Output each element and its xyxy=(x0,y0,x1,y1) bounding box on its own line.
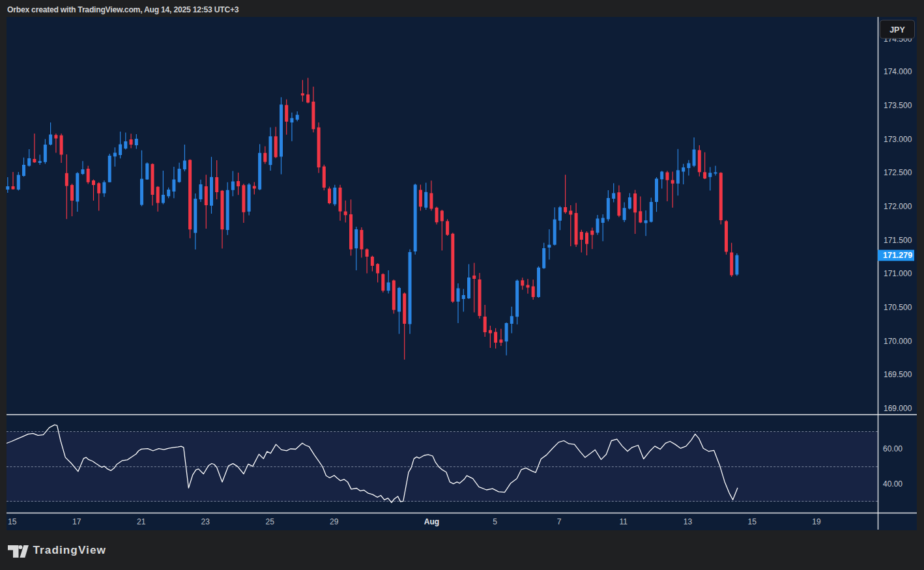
svg-text:25: 25 xyxy=(266,517,275,526)
svg-text:17: 17 xyxy=(72,517,81,526)
svg-text:15: 15 xyxy=(8,517,17,526)
svg-text:172.000: 172.000 xyxy=(884,202,912,211)
svg-text:171.000: 171.000 xyxy=(884,269,912,278)
svg-text:170.000: 170.000 xyxy=(884,337,912,346)
svg-text:172.500: 172.500 xyxy=(884,168,912,177)
svg-text:171.279: 171.279 xyxy=(883,251,912,260)
svg-text:169.000: 169.000 xyxy=(884,404,912,413)
svg-text:JPY: JPY xyxy=(889,25,905,35)
svg-text:170.500: 170.500 xyxy=(884,303,912,312)
svg-text:171.500: 171.500 xyxy=(884,236,912,245)
svg-text:174.000: 174.000 xyxy=(884,67,912,76)
svg-text:40.00: 40.00 xyxy=(883,479,902,489)
svg-text:7: 7 xyxy=(557,517,562,526)
svg-text:21: 21 xyxy=(137,517,146,526)
svg-text:173.000: 173.000 xyxy=(884,135,912,144)
svg-text:23: 23 xyxy=(201,517,210,526)
svg-text:29: 29 xyxy=(330,517,339,526)
svg-text:173.500: 173.500 xyxy=(884,101,912,110)
svg-text:TradingView: TradingView xyxy=(33,545,106,556)
svg-text:11: 11 xyxy=(619,517,628,526)
svg-text:15: 15 xyxy=(748,517,757,526)
svg-text:5: 5 xyxy=(493,517,497,526)
svg-text:60.00: 60.00 xyxy=(883,444,902,453)
svg-text:19: 19 xyxy=(812,517,821,526)
svg-text:Aug: Aug xyxy=(424,517,439,526)
svg-text:169.500: 169.500 xyxy=(884,370,912,379)
svg-text:13: 13 xyxy=(684,517,693,526)
